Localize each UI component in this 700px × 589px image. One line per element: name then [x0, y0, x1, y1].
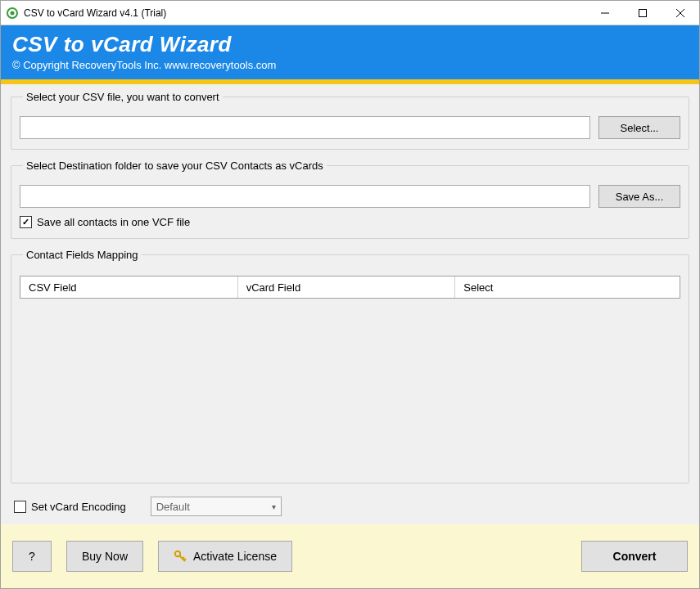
app-title: CSV to vCard Wizard: [12, 32, 688, 57]
chevron-down-icon: ▾: [272, 502, 276, 511]
help-button[interactable]: ?: [12, 541, 52, 572]
footer: ? Buy Now Activate License Convert: [1, 524, 699, 588]
minimize-button[interactable]: [586, 1, 624, 25]
encoding-select[interactable]: Default ▾: [151, 497, 282, 516]
encoding-row: Set vCard Encoding Default ▾: [14, 497, 686, 516]
mapping-legend: Contact Fields Mapping: [23, 249, 142, 261]
col-select[interactable]: Select: [455, 277, 680, 298]
minimize-icon: [601, 9, 609, 17]
activate-license-button[interactable]: Activate License: [158, 541, 292, 572]
close-button[interactable]: [662, 1, 699, 25]
maximize-icon: [639, 9, 647, 17]
mapping-group: Contact Fields Mapping CSV Field vCard F…: [11, 249, 689, 483]
set-encoding-checkbox[interactable]: [14, 501, 26, 513]
save-all-one-file-checkbox[interactable]: [20, 216, 32, 228]
col-csv-field[interactable]: CSV Field: [20, 277, 238, 298]
app-subtitle: © Copyright RecoveryTools Inc. www.recov…: [12, 59, 688, 71]
maximize-button[interactable]: [624, 1, 662, 25]
encoding-selected-value: Default: [156, 501, 190, 513]
select-source-button[interactable]: Select...: [598, 116, 680, 139]
source-legend: Select your CSV file, you want to conver…: [23, 91, 223, 103]
app-header: CSV to vCard Wizard © Copyright Recovery…: [1, 25, 699, 79]
set-encoding-label: Set vCard Encoding: [31, 501, 126, 513]
dest-group: Select Destination folder to save your C…: [11, 160, 689, 239]
window-title: CSV to vCard Wizard v4.1 (Trial): [24, 7, 166, 19]
svg-point-1: [11, 11, 15, 15]
mapping-table: CSV Field vCard Field Select: [20, 276, 680, 299]
buy-now-button[interactable]: Buy Now: [66, 541, 143, 572]
svg-line-8: [183, 557, 184, 559]
mapping-header-row: CSV Field vCard Field Select: [20, 277, 680, 298]
close-icon: [676, 9, 684, 17]
dest-path-input[interactable]: [20, 185, 590, 208]
activate-license-label: Activate License: [193, 550, 277, 563]
titlebar: CSV to vCard Wizard v4.1 (Trial): [1, 1, 699, 25]
col-vcard-field[interactable]: vCard Field: [238, 277, 456, 298]
svg-rect-3: [639, 9, 647, 16]
svg-line-9: [184, 559, 186, 560]
source-group: Select your CSV file, you want to conver…: [11, 91, 689, 150]
app-icon: [6, 7, 19, 20]
convert-button[interactable]: Convert: [581, 541, 688, 572]
key-icon: [174, 550, 187, 563]
save-all-one-file-label: Save all contacts in one VCF file: [37, 216, 190, 228]
dest-legend: Select Destination folder to save your C…: [23, 160, 327, 172]
source-path-input[interactable]: [20, 116, 590, 139]
main-content: Select your CSV file, you want to conver…: [1, 84, 699, 524]
save-as-button[interactable]: Save As...: [598, 185, 680, 208]
